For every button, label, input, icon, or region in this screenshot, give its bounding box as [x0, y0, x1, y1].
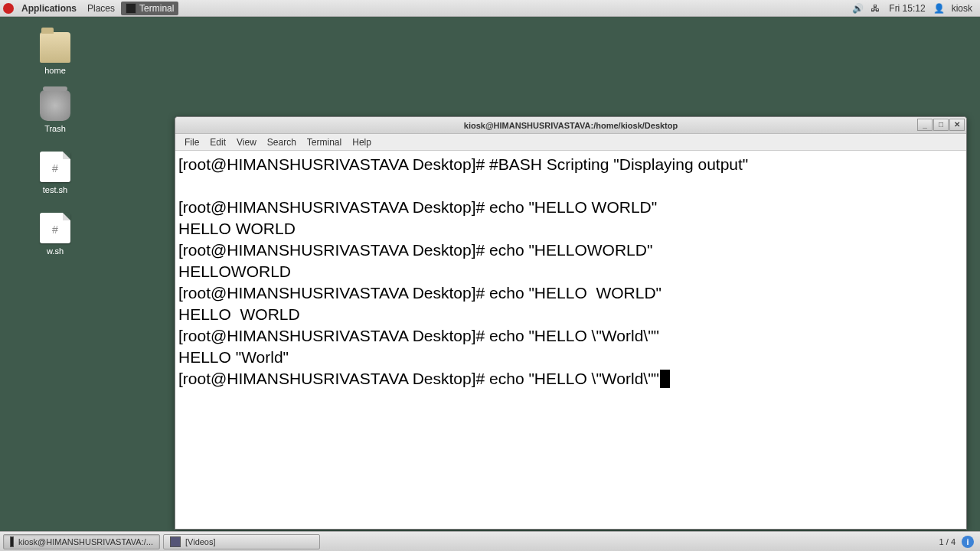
- menu-terminal[interactable]: Terminal: [302, 135, 346, 149]
- minimize-button[interactable]: _: [917, 119, 933, 131]
- user-icon: 👤: [933, 3, 944, 14]
- desktop-icon-trash[interactable]: Trash: [24, 90, 86, 133]
- icon-label: test.sh: [24, 185, 86, 194]
- volume-icon[interactable]: 🔊: [852, 3, 863, 14]
- menu-search[interactable]: Search: [263, 135, 301, 149]
- term-line: HELLO WORLD: [178, 220, 296, 237]
- term-line: HELLO WORLD: [178, 305, 300, 323]
- desktop-icon-home[interactable]: home: [24, 32, 86, 75]
- window-title: kiosk@HIMANSHUSRIVASTAVA:/home/kiosk/Des…: [464, 121, 678, 130]
- active-app-indicator[interactable]: Terminal: [121, 2, 178, 15]
- notification-icon[interactable]: i: [962, 536, 974, 548]
- bottom-taskbar: kiosk@HIMANSHUSRIVASTAVA:/... [Videos] 1…: [0, 531, 980, 551]
- close-button[interactable]: ✕: [949, 119, 965, 131]
- trash-icon: [40, 90, 70, 121]
- window-titlebar[interactable]: kiosk@HIMANSHUSRIVASTAVA:/home/kiosk/Des…: [175, 117, 966, 134]
- maximize-button[interactable]: □: [933, 119, 949, 131]
- script-file-icon: [40, 152, 70, 182]
- workspace-pager[interactable]: 1 / 4: [939, 537, 956, 546]
- desktop-icon-wsh[interactable]: w.sh: [24, 213, 86, 256]
- script-file-icon: [40, 213, 70, 243]
- terminal-icon: [126, 3, 136, 14]
- desktop-icon-testsh[interactable]: test.sh: [24, 152, 86, 194]
- folder-icon: [40, 32, 70, 63]
- distro-icon: [3, 3, 14, 14]
- terminal-body[interactable]: [root@HIMANSHUSRIVASTAVA Desktop]# #BASH…: [175, 151, 966, 529]
- applications-menu[interactable]: Applications: [17, 2, 81, 15]
- term-line: [root@HIMANSHUSRIVASTAVA Desktop]# echo …: [178, 284, 662, 302]
- menu-file[interactable]: File: [180, 135, 204, 149]
- menu-edit[interactable]: Edit: [205, 135, 230, 149]
- term-line: [root@HIMANSHUSRIVASTAVA Desktop]# echo …: [178, 198, 657, 216]
- taskbar-label: kiosk@HIMANSHUSRIVASTAVA:/...: [18, 537, 153, 546]
- term-line: [root@HIMANSHUSRIVASTAVA Desktop]# echo …: [178, 327, 659, 344]
- term-line: [root@HIMANSHUSRIVASTAVA Desktop]# #BASH…: [178, 155, 748, 173]
- active-app-label: Terminal: [139, 3, 174, 14]
- taskbar-item-videos[interactable]: [Videos]: [163, 534, 320, 549]
- terminal-icon: [10, 536, 14, 547]
- folder-icon: [170, 536, 181, 547]
- term-line: [root@HIMANSHUSRIVASTAVA Desktop]# echo …: [178, 370, 659, 387]
- clock[interactable]: Fri 15:12: [889, 3, 925, 14]
- term-line: HELLO "World": [178, 348, 289, 366]
- top-panel: Applications Places Terminal 🔊 🖧 Fri 15:…: [0, 0, 980, 17]
- user-menu[interactable]: kiosk: [952, 3, 972, 14]
- icon-label: home: [24, 66, 86, 75]
- cursor: [660, 370, 670, 388]
- taskbar-item-terminal[interactable]: kiosk@HIMANSHUSRIVASTAVA:/...: [3, 534, 160, 549]
- icon-label: Trash: [24, 124, 86, 133]
- term-line: [root@HIMANSHUSRIVASTAVA Desktop]# echo …: [178, 241, 652, 259]
- terminal-window: kiosk@HIMANSHUSRIVASTAVA:/home/kiosk/Des…: [175, 116, 967, 530]
- term-line: HELLOWORLD: [178, 262, 291, 280]
- places-menu[interactable]: Places: [83, 2, 119, 15]
- network-icon[interactable]: 🖧: [871, 3, 881, 14]
- menubar: File Edit View Search Terminal Help: [175, 134, 966, 151]
- taskbar-label: [Videos]: [185, 537, 216, 546]
- menu-view[interactable]: View: [232, 135, 261, 149]
- icon-label: w.sh: [24, 246, 86, 256]
- menu-help[interactable]: Help: [348, 135, 376, 149]
